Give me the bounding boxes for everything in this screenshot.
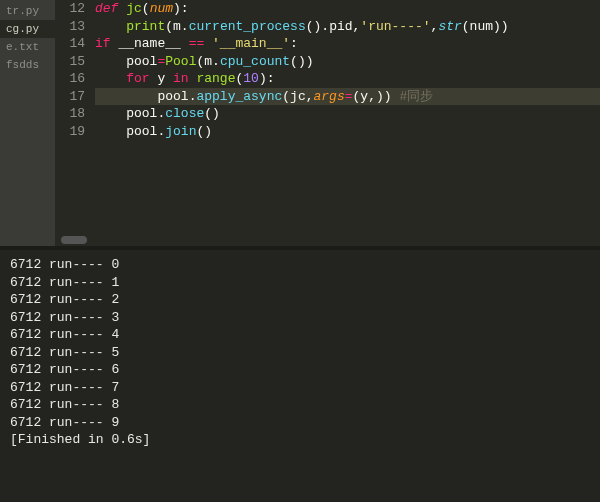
line-number: 14	[55, 35, 85, 53]
app-root: tr.py cg.py e.txt fsdds 1213141516171819…	[0, 0, 600, 502]
code-line[interactable]: print(m.current_process().pid,'run----',…	[95, 18, 600, 36]
file-tab[interactable]: e.txt	[0, 38, 55, 56]
code-line[interactable]: pool.join()	[95, 123, 600, 141]
line-number: 15	[55, 53, 85, 71]
file-tab[interactable]: tr.py	[0, 2, 55, 20]
code-line[interactable]: pool.apply_async(jc,args=(y,)) #同步	[95, 88, 600, 106]
code-content[interactable]: def jc(num): print(m.current_process().p…	[95, 0, 600, 246]
code-line[interactable]: if __name__ == '__main__':	[95, 35, 600, 53]
file-tab[interactable]: cg.py	[0, 20, 55, 38]
code-line[interactable]: pool.close()	[95, 105, 600, 123]
horizontal-scrollbar[interactable]	[55, 234, 600, 246]
line-gutter: 1213141516171819	[55, 0, 95, 246]
line-number: 19	[55, 123, 85, 141]
line-number: 18	[55, 105, 85, 123]
code-editor[interactable]: 1213141516171819 def jc(num): print(m.cu…	[55, 0, 600, 246]
editor-area: tr.py cg.py e.txt fsdds 1213141516171819…	[0, 0, 600, 246]
line-number: 12	[55, 0, 85, 18]
file-tab[interactable]: fsdds	[0, 56, 55, 74]
line-number: 17	[55, 88, 85, 106]
code-line[interactable]: for y in range(10):	[95, 70, 600, 88]
code-line[interactable]: def jc(num):	[95, 0, 600, 18]
line-number: 13	[55, 18, 85, 36]
file-tabs: tr.py cg.py e.txt fsdds	[0, 0, 55, 246]
code-line[interactable]: pool=Pool(m.cpu_count())	[95, 53, 600, 71]
output-panel[interactable]: 6712 run---- 0 6712 run---- 1 6712 run--…	[0, 250, 600, 502]
line-number: 16	[55, 70, 85, 88]
scrollbar-thumb[interactable]	[61, 236, 87, 244]
